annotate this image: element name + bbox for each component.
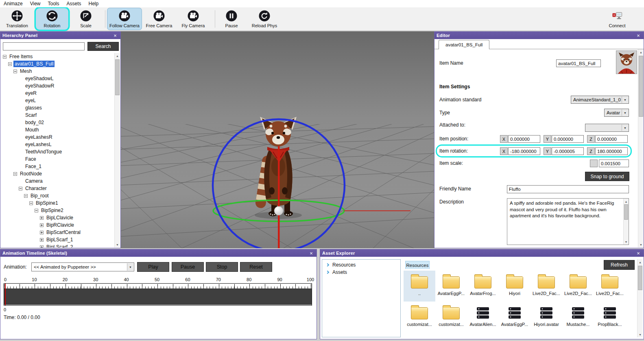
asset-item[interactable]: customizat... <box>404 302 435 332</box>
scale-tool-button[interactable]: Scale <box>74 8 98 30</box>
reload-phys-button[interactable]: Reload Phys <box>247 8 282 30</box>
pause-button[interactable]: Pause <box>172 262 204 272</box>
tree-expander-icon[interactable] <box>40 231 44 234</box>
tree-item[interactable]: BipSpine1 <box>0 199 114 207</box>
position-y-input[interactable] <box>552 135 584 143</box>
asset-tree-item[interactable]: Assets <box>322 269 400 276</box>
asset-item[interactable]: AvatarEggP... <box>435 271 467 302</box>
tree-expander-icon[interactable] <box>19 187 22 190</box>
tree-item[interactable]: RootNode <box>0 170 114 177</box>
description-field[interactable]: A spiffy and adorable red panda. He's th… <box>507 198 629 245</box>
viewport-3d-scene[interactable] <box>121 31 434 248</box>
search-button[interactable]: Search <box>87 42 119 51</box>
free-camera-button[interactable]: Free Camera <box>143 8 175 30</box>
menu-item[interactable]: Animaze <box>0 1 26 7</box>
tree-item[interactable]: Mouth <box>0 126 114 133</box>
tree-item[interactable]: Scarf <box>0 111 114 119</box>
fly-camera-button[interactable]: Fly Camera <box>178 8 208 30</box>
tree-item[interactable]: TeethAndTongue <box>0 148 114 155</box>
tree-item[interactable]: BipScarfCentral <box>0 229 114 236</box>
hierarchy-scrollbar[interactable]: ▲ ▼ <box>114 53 120 247</box>
asset-item[interactable]: AvatarEggP... <box>499 302 530 332</box>
menu-item[interactable]: Assets <box>63 1 85 7</box>
tree-expander-icon[interactable] <box>35 209 38 212</box>
asset-item[interactable]: Mustache... <box>562 302 594 332</box>
scrollbar-thumb[interactable] <box>624 204 628 220</box>
menu-item[interactable]: Tools <box>44 1 63 7</box>
translation-tool-button[interactable]: Translation <box>2 8 32 30</box>
tree-item[interactable]: BipRClavicle <box>0 221 114 229</box>
asset-item[interactable]: Hiyori.avatar <box>530 302 562 332</box>
tree-item[interactable]: BipLScarf_1 <box>0 236 114 243</box>
asset-item[interactable]: customizat... <box>435 302 467 332</box>
resources-tab[interactable]: Resources <box>405 261 430 269</box>
tree-item[interactable]: eyeShadowR <box>0 82 114 90</box>
tree-item[interactable]: Mesh <box>0 68 114 75</box>
tree-item[interactable]: Bip_root <box>0 192 114 199</box>
asset-item[interactable]: Hiyori <box>499 271 530 302</box>
rotation-tool-button[interactable]: Rotation <box>36 8 68 30</box>
friendly-name-input[interactable] <box>507 185 629 193</box>
tree-item[interactable]: eyeR <box>0 90 114 97</box>
close-icon[interactable]: × <box>635 33 642 38</box>
connect-button[interactable]: Connect <box>602 8 632 30</box>
play-button[interactable]: Play <box>137 262 169 272</box>
scrollbar-thumb[interactable] <box>639 56 643 117</box>
asset-item[interactable]: AvatarAlien... <box>467 302 499 332</box>
tree-expander-icon[interactable] <box>13 172 17 176</box>
type-select[interactable]: Avatar ▼ <box>604 109 629 117</box>
scroll-up-icon[interactable]: ▲ <box>115 53 120 59</box>
asset-item[interactable]: .. <box>404 271 435 302</box>
tree-item[interactable]: BipLClavicle <box>0 214 114 221</box>
tree-item[interactable]: eyeLashesR <box>0 133 114 141</box>
animation-standard-select[interactable]: AnimazeStandard_1_0 ▼ <box>571 96 629 104</box>
asset-item[interactable]: AvatarFrog... <box>467 271 499 302</box>
playhead[interactable] <box>5 284 6 305</box>
scale-input[interactable] <box>599 160 629 167</box>
editor-tab[interactable]: avatar01_BS_Full <box>439 40 489 49</box>
tree-item[interactable]: BipSpine2 <box>0 207 114 214</box>
asset-tree-item[interactable]: Resources <box>322 261 400 269</box>
timeline-ruler[interactable]: 0102030405060708090100 <box>4 277 312 283</box>
rotation-y-input[interactable] <box>552 147 584 155</box>
tree-expander-icon[interactable] <box>40 245 44 248</box>
tree-item[interactable]: eyeL <box>0 97 114 104</box>
item-name-input[interactable] <box>556 59 601 67</box>
tree-item[interactable]: body_02 <box>0 119 114 126</box>
rotation-x-input[interactable] <box>508 147 540 155</box>
rotation-z-input[interactable] <box>595 147 628 155</box>
tree-expander-icon[interactable] <box>40 216 44 220</box>
close-icon[interactable]: × <box>308 251 314 256</box>
tree-item[interactable]: eyeShadowL <box>0 75 114 82</box>
tree-expander-icon[interactable] <box>29 201 33 205</box>
tree-expander-icon[interactable] <box>13 70 17 73</box>
tree-expander-icon[interactable] <box>8 62 12 66</box>
asset-item[interactable]: Live2D_Fac... <box>530 271 562 302</box>
tree-expander-icon[interactable] <box>3 55 7 59</box>
asset-item[interactable]: PropBlack... <box>594 302 626 332</box>
asset-item[interactable]: Live2D_Fac... <box>594 271 626 302</box>
scroll-up-icon[interactable]: ▲ <box>624 199 629 204</box>
tree-item[interactable]: BipLScarf_2 <box>0 243 114 247</box>
tree-item[interactable]: Free Items <box>0 53 114 60</box>
gizmo-vertical-axis[interactable] <box>278 146 280 248</box>
stop-button[interactable]: Stop <box>206 262 238 272</box>
tree-item[interactable]: glasses <box>0 104 114 111</box>
scroll-down-icon[interactable]: ▼ <box>115 242 120 247</box>
timeline-track-area[interactable] <box>4 289 312 305</box>
tree-item[interactable]: Face_1 <box>0 163 114 170</box>
reset-button[interactable]: Reset <box>240 262 272 272</box>
gizmo-center-sphere[interactable] <box>274 206 283 215</box>
scrollbar-thumb[interactable] <box>638 266 642 290</box>
pause-button[interactable]: Pause <box>220 8 243 30</box>
animation-select[interactable]: << Animated by Puppeteer >> ▼ <box>31 262 134 271</box>
scroll-up-icon[interactable]: ▲ <box>637 259 643 265</box>
scrollbar-thumb[interactable] <box>115 59 120 95</box>
viewport[interactable] <box>121 31 434 248</box>
timeline-track[interactable] <box>4 283 312 306</box>
description-scrollbar[interactable]: ▲ ▼ <box>623 199 629 245</box>
tree-item[interactable]: Face <box>0 155 114 163</box>
tree-item[interactable]: Character <box>0 185 114 192</box>
tree-item[interactable]: avatar01_BS_Full <box>0 60 114 68</box>
tree-expander-icon[interactable] <box>40 238 44 242</box>
